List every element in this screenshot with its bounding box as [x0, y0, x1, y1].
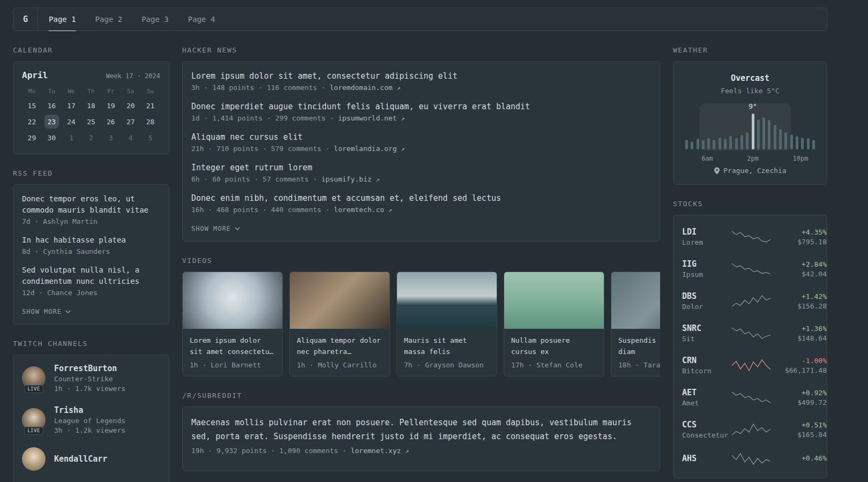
- video-title[interactable]: Suspendis diam: [618, 335, 660, 357]
- calendar-day[interactable]: 20: [121, 98, 140, 113]
- calendar-day[interactable]: 19: [101, 98, 121, 113]
- hn-item-title[interactable]: Donec imperdiet augue tincidunt felis al…: [191, 101, 651, 112]
- stock-symbol[interactable]: IIG: [682, 259, 731, 269]
- calendar-day-next-month[interactable]: 5: [140, 130, 160, 145]
- calendar-day-selected[interactable]: 23: [44, 115, 59, 129]
- calendar-day[interactable]: 28: [140, 114, 160, 129]
- hn-item-title[interactable]: Aliquam nec cursus elit: [191, 131, 651, 143]
- channel-game[interactable]: Counter-Strike: [54, 375, 125, 383]
- calendar-day[interactable]: 21: [140, 98, 160, 113]
- domain-text: loremtech.co: [334, 206, 384, 214]
- weather-location-text[interactable]: Prague, Czechia: [723, 167, 786, 175]
- stock-sparkline: [731, 326, 771, 340]
- stock-change: +1.42%: [771, 292, 827, 300]
- calendar-days-grid: 15 16 17 18 19 20 21 22 23 24 25 26 27 2…: [22, 98, 160, 145]
- avatar[interactable]: [22, 447, 46, 471]
- weather-bar: [729, 136, 732, 149]
- hn-item-title[interactable]: Donec enim nibh, condimentum et accumsan…: [191, 192, 651, 204]
- video-thumbnail[interactable]: [290, 272, 390, 329]
- stock-symbol[interactable]: SNRC: [682, 323, 731, 333]
- video-card[interactable]: Aliquam tempor dolor nec pharetra… 1h · …: [289, 272, 390, 376]
- stock-symbol[interactable]: AET: [682, 388, 731, 397]
- calendar-widget: CALENDAR April Week 17 · 2024 Mo Tu We T…: [13, 46, 169, 154]
- tab-page-4[interactable]: Page 4: [188, 8, 215, 31]
- weekday-label: We: [62, 88, 81, 95]
- calendar-day[interactable]: 24: [62, 114, 81, 129]
- stock-symbol[interactable]: LDI: [682, 227, 731, 237]
- video-thumbnail[interactable]: [183, 272, 282, 329]
- calendar-day-next-month[interactable]: 4: [121, 130, 140, 145]
- calendar-day-next-month[interactable]: 1: [62, 130, 81, 145]
- tab-page-3[interactable]: Page 3: [141, 8, 169, 31]
- rss-show-more-button[interactable]: SHOW MORE: [22, 308, 71, 315]
- calendar-day[interactable]: 25: [81, 114, 101, 129]
- stock-name: Dolor: [682, 303, 731, 311]
- stock-symbol[interactable]: DBS: [682, 291, 731, 301]
- video-card[interactable]: Suspendis diam 18h · Tara: [611, 272, 660, 376]
- video-thumbnail[interactable]: [397, 272, 497, 329]
- calendar-day[interactable]: 17: [62, 98, 81, 113]
- calendar-day[interactable]: 16: [42, 98, 62, 113]
- stock-symbol[interactable]: AHS: [682, 454, 731, 463]
- video-title[interactable]: Aliquam tempor dolor nec pharetra…: [297, 335, 383, 357]
- weekday-label: Fr: [101, 88, 121, 95]
- video-title[interactable]: Nullam posuere cursus ex: [511, 335, 597, 357]
- hn-item-title[interactable]: Lorem ipsum dolor sit amet, consectetur …: [191, 70, 651, 82]
- app-logo[interactable]: G: [23, 8, 28, 31]
- calendar-day[interactable]: 29: [22, 130, 42, 145]
- weather-hourly-chart: 9° 6am 2pm 10pm: [682, 102, 818, 162]
- subreddit-domain-link[interactable]: loremnet.xyz ↗: [350, 447, 409, 455]
- tab-page-1[interactable]: Page 1: [49, 8, 76, 31]
- rss-item-title[interactable]: Sed volutpat nulla nisl, a condimentum n…: [22, 265, 160, 287]
- weather-bar: [691, 141, 693, 149]
- channel-name[interactable]: KendallCarr: [54, 454, 107, 464]
- video-card[interactable]: Lorem ipsum dolor sit amet consectetu… 1…: [182, 272, 283, 376]
- rss-item-title[interactable]: In hac habitasse platea: [22, 235, 160, 246]
- channel-game[interactable]: League of Legends: [54, 417, 125, 425]
- hn-item-domain-link[interactable]: loremdomain.com ↗: [330, 84, 400, 92]
- divider: [38, 8, 38, 31]
- weather-bar: [807, 138, 810, 149]
- stock-row: AETAmet +0.92%$499.72: [682, 381, 818, 413]
- hn-item-domain-link[interactable]: ipsumify.biz ↗: [321, 175, 380, 183]
- stock-price: $499.72: [771, 398, 827, 406]
- weather-bar: [746, 132, 749, 149]
- hn-item-title[interactable]: Integer eget rutrum lorem: [191, 162, 651, 174]
- stock-sparkline: [731, 262, 771, 276]
- video-thumbnail[interactable]: [504, 272, 604, 329]
- calendar-day[interactable]: 30: [42, 130, 62, 145]
- calendar-day[interactable]: 27: [121, 114, 140, 129]
- subreddit-post-title[interactable]: Maecenas mollis pulvinar erat non posuer…: [191, 416, 651, 443]
- channel-name[interactable]: Trisha: [54, 405, 125, 415]
- video-title[interactable]: Mauris sit amet massa felis: [404, 335, 490, 357]
- video-thumbnail[interactable]: [611, 272, 660, 329]
- hn-item-domain-link[interactable]: loremtech.co ↗: [334, 206, 392, 214]
- video-title[interactable]: Lorem ipsum dolor sit amet consectetu…: [190, 335, 275, 357]
- calendar-day-next-month[interactable]: 3: [101, 130, 121, 145]
- rss-item-title[interactable]: Donec tempor eros leo, ut commodo mauris…: [22, 193, 160, 216]
- stock-symbol[interactable]: CCS: [682, 420, 731, 430]
- hour-label: 10pm: [793, 155, 809, 162]
- calendar-card: April Week 17 · 2024 Mo Tu We Th Fr Sa S…: [13, 61, 169, 154]
- calendar-day[interactable]: 18: [81, 98, 101, 113]
- video-card[interactable]: Nullam posuere cursus ex 17h · Stefan Co…: [504, 272, 604, 376]
- video-row: Lorem ipsum dolor sit amet consectetu… 1…: [182, 272, 660, 376]
- calendar-day[interactable]: 15: [22, 98, 42, 113]
- calendar-day[interactable]: 26: [101, 114, 121, 129]
- channel-name[interactable]: ForrestBurton: [54, 364, 125, 373]
- hn-item-domain-link[interactable]: loremlandia.org ↗: [334, 145, 405, 153]
- weekday-label: Th: [81, 88, 101, 95]
- avatar-wrap: LIVE: [22, 408, 46, 432]
- weather-bar: [740, 135, 743, 149]
- chevron-down-icon: [65, 310, 71, 313]
- hn-meta-text: 21h · 710 points · 579 comments ·: [191, 145, 334, 153]
- stock-symbol[interactable]: CRN: [682, 356, 731, 365]
- calendar-day[interactable]: 22: [22, 114, 42, 129]
- hn-item-domain-link[interactable]: ipsumworld.net ↗: [338, 114, 405, 122]
- hn-show-more-button[interactable]: SHOW MORE: [191, 225, 240, 232]
- calendar-day-next-month[interactable]: 2: [81, 130, 101, 145]
- tab-page-2[interactable]: Page 2: [95, 8, 123, 31]
- hackernews-card: Lorem ipsum dolor sit amet, consectetur …: [182, 61, 660, 242]
- avatar-wrap: [22, 447, 46, 471]
- video-card[interactable]: Mauris sit amet massa felis 7h · Grayson…: [396, 272, 497, 376]
